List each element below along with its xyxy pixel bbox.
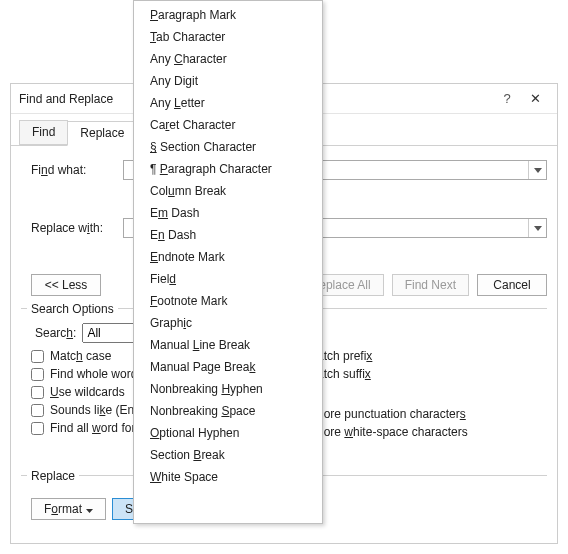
tab-find-label: Find: [32, 125, 55, 139]
menu-item[interactable]: Caret Character: [136, 114, 320, 136]
menu-item[interactable]: White Space: [136, 466, 320, 488]
tab-find[interactable]: Find: [19, 120, 68, 145]
format-button[interactable]: Format: [31, 498, 106, 520]
match-case-input[interactable]: [31, 350, 44, 363]
format-button-label: Format: [44, 502, 82, 516]
menu-item[interactable]: Column Break: [136, 180, 320, 202]
menu-item[interactable]: Paragraph Mark: [136, 4, 320, 26]
menu-item[interactable]: Em Dash: [136, 202, 320, 224]
ignore-whitespace-checkbox[interactable]: Ignore white-space characters: [288, 425, 537, 439]
special-menu: Paragraph Mark Tab Character Any Charact…: [133, 0, 323, 524]
help-button[interactable]: ?: [493, 91, 521, 106]
ignore-whitespace-label: Ignore white-space characters: [307, 425, 468, 439]
menu-item[interactable]: Footnote Mark: [136, 290, 320, 312]
find-next-button-label: Find Next: [405, 278, 456, 292]
less-button-label: << Less: [45, 278, 88, 292]
menu-item[interactable]: Nonbreaking Space: [136, 400, 320, 422]
menu-item[interactable]: Endnote Mark: [136, 246, 320, 268]
menu-item[interactable]: En Dash: [136, 224, 320, 246]
menu-item[interactable]: Section Break: [136, 444, 320, 466]
word-forms-input[interactable]: [31, 422, 44, 435]
wildcards-label: Use wildcards: [50, 385, 125, 399]
menu-item[interactable]: Manual Page Break: [136, 356, 320, 378]
close-button[interactable]: ✕: [521, 91, 549, 106]
replace-legend: Replace: [27, 469, 79, 483]
ignore-punctuation-label: Ignore punctuation characters: [307, 407, 466, 421]
menu-item[interactable]: Manual Line Break: [136, 334, 320, 356]
tab-replace[interactable]: Replace: [67, 121, 137, 146]
menu-item[interactable]: Tab Character: [136, 26, 320, 48]
whole-words-input[interactable]: [31, 368, 44, 381]
find-what-label: Find what:: [31, 163, 123, 177]
match-case-label: Match case: [50, 349, 111, 363]
replace-with-dropdown-arrow[interactable]: [528, 219, 546, 237]
cancel-button-label: Cancel: [493, 278, 530, 292]
ignore-punctuation-checkbox[interactable]: Ignore punctuation characters: [288, 407, 537, 421]
replace-with-label: Replace with:: [31, 221, 123, 235]
sounds-like-input[interactable]: [31, 404, 44, 417]
search-direction-label: Search:: [35, 326, 76, 340]
chevron-down-icon: [86, 502, 93, 516]
menu-item[interactable]: Optional Hyphen: [136, 422, 320, 444]
menu-item[interactable]: Graphic: [136, 312, 320, 334]
less-button[interactable]: << Less: [31, 274, 101, 296]
wildcards-input[interactable]: [31, 386, 44, 399]
menu-item[interactable]: Any Letter: [136, 92, 320, 114]
tab-replace-label: Replace: [80, 126, 124, 140]
match-suffix-checkbox[interactable]: Match suffix: [288, 367, 537, 381]
menu-item[interactable]: Any Character: [136, 48, 320, 70]
menu-item[interactable]: ¶ Paragraph Character: [136, 158, 320, 180]
cancel-button[interactable]: Cancel: [477, 274, 547, 296]
menu-item[interactable]: Field: [136, 268, 320, 290]
menu-item[interactable]: Nonbreaking Hyphen: [136, 378, 320, 400]
menu-item[interactable]: § Section Character: [136, 136, 320, 158]
find-what-dropdown-arrow[interactable]: [528, 161, 546, 179]
match-prefix-checkbox[interactable]: Match prefix: [288, 349, 537, 363]
search-options-legend: Search Options: [27, 302, 118, 316]
menu-item[interactable]: Any Digit: [136, 70, 320, 92]
find-next-button[interactable]: Find Next: [392, 274, 469, 296]
